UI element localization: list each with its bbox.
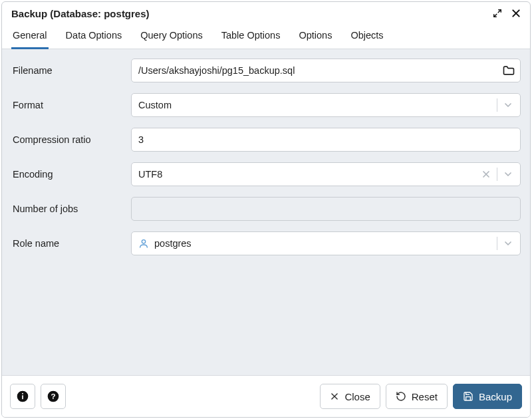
expand-icon[interactable] — [491, 7, 503, 19]
jobs-input — [131, 197, 521, 221]
close-x-icon — [330, 392, 339, 401]
rolename-select[interactable]: postgres — [131, 231, 521, 255]
format-label: Format — [11, 100, 131, 110]
separator — [497, 168, 497, 181]
rolename-value-wrap: postgres — [138, 238, 497, 249]
titlebar-controls — [491, 7, 522, 19]
tab-objects[interactable]: Objects — [349, 23, 384, 49]
dialog-title: Backup (Database: postgres) — [11, 8, 491, 19]
close-button[interactable]: Close — [320, 384, 380, 409]
row-encoding: Encoding UTF8 — [11, 162, 521, 186]
backup-button[interactable]: Backup — [453, 384, 522, 409]
row-jobs: Number of jobs — [11, 197, 521, 221]
reset-label: Reset — [412, 391, 438, 402]
format-value: Custom — [138, 100, 497, 110]
chevron-down-icon — [503, 100, 513, 110]
svg-rect-8 — [22, 395, 23, 399]
encoding-select[interactable]: UTF8 — [131, 162, 521, 186]
select-indicators — [497, 98, 513, 112]
rolename-label: Role name — [11, 238, 131, 249]
backup-dialog: Backup (Database: postgres) General Data… — [1, 1, 531, 418]
close-label: Close — [344, 391, 370, 402]
backup-label: Backup — [479, 391, 512, 402]
select-indicators — [481, 168, 513, 181]
row-rolename: Role name postgres — [11, 231, 521, 255]
encoding-value: UTF8 — [138, 169, 481, 180]
compression-label: Compression ratio — [11, 134, 131, 145]
compression-input[interactable] — [131, 128, 521, 152]
select-indicators — [497, 237, 513, 250]
tab-table-options[interactable]: Table Options — [220, 23, 282, 49]
svg-point-6 — [142, 240, 145, 243]
tab-data-options[interactable]: Data Options — [65, 23, 124, 49]
user-icon — [138, 238, 149, 249]
row-filename: Filename — [11, 59, 521, 82]
format-select[interactable]: Custom — [131, 93, 521, 117]
save-icon — [463, 391, 473, 402]
footer: ? Close Reset Backup — [2, 375, 530, 417]
rolename-value: postgres — [154, 238, 192, 249]
reset-icon — [396, 391, 406, 402]
close-icon[interactable] — [510, 7, 522, 19]
tab-query-options[interactable]: Query Options — [139, 23, 204, 49]
row-compression: Compression ratio — [11, 128, 521, 152]
row-format: Format Custom — [11, 93, 521, 117]
filename-input[interactable] — [131, 59, 521, 82]
chevron-down-icon — [503, 238, 513, 249]
tabs: General Data Options Query Options Table… — [2, 23, 530, 49]
tab-options[interactable]: Options — [297, 23, 333, 49]
tab-general[interactable]: General — [11, 23, 49, 49]
svg-text:?: ? — [51, 392, 55, 400]
svg-rect-9 — [22, 393, 23, 394]
reset-button[interactable]: Reset — [386, 384, 448, 409]
help-button[interactable]: ? — [41, 384, 66, 409]
clear-icon[interactable] — [481, 169, 491, 180]
jobs-label: Number of jobs — [11, 204, 131, 214]
titlebar: Backup (Database: postgres) — [2, 2, 530, 23]
separator — [497, 98, 497, 112]
chevron-down-icon — [503, 169, 513, 180]
encoding-label: Encoding — [11, 169, 131, 180]
separator — [497, 237, 497, 250]
form-body: Filename Format Custom — [2, 49, 530, 375]
folder-icon[interactable] — [502, 64, 515, 77]
info-button[interactable] — [10, 384, 35, 409]
filename-label: Filename — [11, 65, 131, 76]
